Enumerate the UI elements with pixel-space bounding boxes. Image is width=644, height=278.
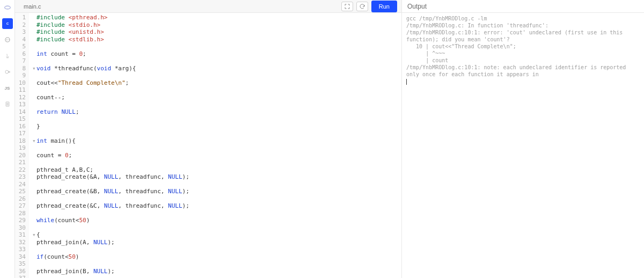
editor-pane: main.c Run 12345678910111213141516171819… (15, 0, 401, 278)
java-icon[interactable] (2, 50, 13, 61)
cpp-icon[interactable] (2, 34, 13, 45)
code-line[interactable]: count--; (32, 94, 401, 101)
code-line[interactable] (32, 101, 401, 108)
source-code[interactable]: #include <pthread.h> #include <stdio.h> … (29, 13, 401, 278)
caret (406, 79, 407, 85)
code-line[interactable] (32, 210, 401, 217)
code-line[interactable] (32, 86, 401, 94)
output-pane: Output gcc /tmp/YnbMRODlog.c -lm/tmp/Ynb… (401, 0, 644, 278)
code-line[interactable]: pthread_join(A, NULL); (32, 239, 401, 246)
code-line[interactable] (32, 159, 401, 166)
code-line[interactable] (32, 195, 401, 203)
output-line: /tmp/YnbMRODlog.c:10:1: note: each undec… (406, 64, 640, 78)
code-line[interactable] (32, 43, 401, 50)
code-line[interactable]: while(count<50) (32, 217, 401, 224)
output-line: gcc /tmp/YnbMRODlog.c -lm (406, 15, 640, 22)
code-line[interactable]: count = 0; (32, 152, 401, 159)
svg-point-4 (5, 70, 8, 74)
csharp-icon[interactable] (2, 67, 13, 77)
clipboard-icon[interactable] (2, 99, 13, 109)
code-line[interactable]: #include <unistd.h> (32, 28, 401, 36)
code-line[interactable]: pthread_create(&A, NULL, threadfunc, NUL… (32, 173, 401, 181)
code-line[interactable]: cout<<"Thread Complete\n"; (32, 79, 401, 87)
code-line[interactable] (32, 57, 401, 65)
code-line[interactable] (32, 130, 401, 137)
code-line[interactable]: pthread_create(&B, NULL, threadfunc, NUL… (32, 188, 401, 195)
tab-bar: main.c Run (15, 0, 401, 13)
svg-point-0 (4, 6, 10, 9)
code-line[interactable]: } (32, 123, 401, 130)
output-line: /tmp/YnbMRODlog.c: In function 'threadfu… (406, 22, 640, 29)
fullscreen-icon[interactable] (341, 2, 353, 11)
code-line[interactable]: pthread_create(&C, NULL, threadfunc, NUL… (32, 202, 401, 210)
code-line[interactable]: ▾ int main(){ (32, 137, 401, 145)
code-line[interactable] (32, 181, 401, 188)
output-line: | count (406, 57, 640, 64)
output-line: | ^~~~ (406, 50, 640, 57)
code-line[interactable]: pthread_join(B, NULL); (32, 268, 401, 275)
code-line[interactable]: ▾ void *threadfunc(void *arg){ (32, 65, 401, 72)
output-line: 10 | cout<<"Thread Complete\n"; (406, 43, 640, 50)
php-icon[interactable] (2, 2, 13, 13)
code-line[interactable]: ▾ { (32, 231, 401, 239)
code-line[interactable]: int count = 0; (32, 50, 401, 58)
code-line[interactable] (32, 72, 401, 79)
run-button[interactable]: Run (371, 1, 397, 12)
tab-actions: Run (341, 1, 397, 12)
code-line[interactable]: #include <pthread.h> (32, 14, 401, 21)
code-line[interactable] (32, 115, 401, 123)
code-line[interactable] (32, 246, 401, 253)
output-line: /tmp/YnbMRODlog.c:10:1: error: 'cout' un… (406, 29, 640, 43)
code-line[interactable] (32, 224, 401, 232)
line-gutter: 1234567891011121314151617181920212223242… (15, 13, 29, 278)
code-line[interactable]: #include <stdio.h> (32, 21, 401, 29)
code-line[interactable] (32, 144, 401, 152)
file-tab[interactable]: main.c (19, 0, 45, 13)
code-line[interactable] (32, 275, 401, 278)
code-area[interactable]: 1234567891011121314151617181920212223242… (15, 13, 401, 278)
output-body[interactable]: gcc /tmp/YnbMRODlog.c -lm/tmp/YnbMRODlog… (402, 13, 644, 278)
code-line[interactable] (32, 260, 401, 268)
code-line[interactable]: pthread_t A,B,C; (32, 166, 401, 174)
js-icon[interactable]: JS (2, 83, 13, 93)
left-sidebar: C JS (0, 0, 15, 278)
refresh-icon[interactable] (356, 2, 368, 11)
code-line[interactable]: if(count<50) (32, 253, 401, 261)
code-line[interactable]: return NULL; (32, 108, 401, 116)
code-line[interactable]: #include <stdlib.h> (32, 36, 401, 43)
c-lang-icon[interactable]: C (2, 18, 13, 29)
output-title: Output (402, 0, 644, 13)
